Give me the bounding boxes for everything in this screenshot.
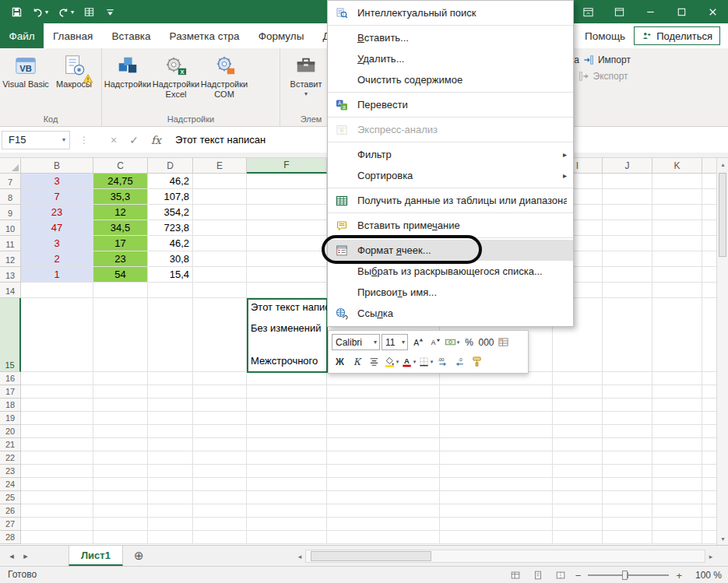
- cell-K18[interactable]: [652, 399, 702, 412]
- visual-basic-button[interactable]: VBVisual Basic: [2, 51, 50, 113]
- table-button[interactable]: [80, 2, 98, 21]
- cell-L28[interactable]: [702, 531, 716, 544]
- cell-C22[interactable]: [93, 451, 148, 465]
- cell-C14[interactable]: [93, 283, 148, 298]
- cell-K26[interactable]: [652, 504, 702, 518]
- cell-B21[interactable]: [21, 438, 93, 451]
- italic-button[interactable]: К: [349, 353, 365, 370]
- cell-K8[interactable]: [652, 189, 702, 205]
- cell-K14[interactable]: [652, 283, 702, 298]
- cell-C8[interactable]: 35,3: [93, 189, 148, 205]
- cell-C11[interactable]: 17: [93, 236, 148, 251]
- cell-D14[interactable]: [148, 283, 193, 298]
- ribbon-tab-0[interactable]: Главная: [44, 23, 102, 48]
- cell-F19[interactable]: [247, 412, 327, 425]
- cell-E18[interactable]: [193, 399, 247, 412]
- chevron-down-icon[interactable]: ▾: [62, 136, 65, 143]
- zoom-level[interactable]: 100 %: [689, 570, 722, 581]
- save-button[interactable]: [8, 2, 26, 21]
- cell-G19[interactable]: [327, 412, 440, 425]
- menu-item-delete[interactable]: Удалить...: [328, 48, 573, 69]
- vertical-scrollbar[interactable]: ▴ ▾: [716, 158, 728, 545]
- sheet-tab-0[interactable]: Лист1: [69, 546, 123, 566]
- cell-L19[interactable]: [702, 412, 716, 425]
- cell-B8[interactable]: 7: [21, 189, 93, 205]
- com-addins-button[interactable]: Надстройки COM: [200, 51, 248, 113]
- export-button[interactable]: яЭкспорт: [569, 71, 631, 82]
- cell-F23[interactable]: [247, 465, 327, 478]
- insert-controls-button[interactable]: Вставит▾: [282, 51, 330, 113]
- cell-K13[interactable]: [652, 267, 702, 283]
- zoom-slider-thumb[interactable]: [622, 571, 628, 580]
- row-header-18[interactable]: 18: [0, 399, 21, 412]
- cell-B25[interactable]: [21, 491, 93, 504]
- cell-K19[interactable]: [652, 412, 702, 425]
- menu-item-pick-from-list[interactable]: Выбрать из раскрывающегося списка...: [328, 261, 573, 282]
- customize-qat-button[interactable]: [101, 2, 119, 21]
- horizontal-scrollbar[interactable]: ◂ ▸: [294, 548, 716, 564]
- cell-C7[interactable]: 24,75: [93, 174, 148, 189]
- cell-F18[interactable]: [247, 399, 327, 412]
- format-painter-button[interactable]: [469, 353, 485, 370]
- cell-D17[interactable]: [148, 385, 193, 399]
- cell-C20[interactable]: [93, 425, 148, 438]
- cell-H19[interactable]: [440, 412, 553, 425]
- cell-F8[interactable]: [247, 189, 327, 205]
- page-layout-view-icon[interactable]: [530, 568, 546, 582]
- cell-E19[interactable]: [193, 412, 247, 425]
- cell-E15[interactable]: [193, 298, 247, 372]
- row-header-22[interactable]: 22: [0, 451, 21, 465]
- column-header-C[interactable]: C: [93, 158, 148, 174]
- cell-E9[interactable]: [193, 205, 247, 220]
- cell-I20[interactable]: [553, 425, 603, 438]
- cell-H23[interactable]: [440, 465, 553, 478]
- cell-B19[interactable]: [21, 412, 93, 425]
- cell-F26[interactable]: [247, 504, 327, 518]
- row-header-12[interactable]: 12: [0, 251, 21, 267]
- cell-B20[interactable]: [21, 425, 93, 438]
- cell-K27[interactable]: [652, 518, 702, 531]
- cell-G17[interactable]: [327, 385, 440, 399]
- normal-view-icon[interactable]: [508, 568, 523, 582]
- cell-D7[interactable]: 46,2: [148, 174, 193, 189]
- cell-J25[interactable]: [603, 491, 652, 504]
- cell-H21[interactable]: [440, 438, 553, 451]
- align-center-button[interactable]: [366, 353, 382, 370]
- import-button[interactable]: ваИмпорт: [569, 54, 631, 65]
- cancel-icon[interactable]: ×: [111, 134, 117, 146]
- horizontal-scrollbar-track[interactable]: [305, 550, 705, 563]
- cell-K17[interactable]: [652, 385, 702, 399]
- cell-I25[interactable]: [553, 491, 603, 504]
- column-header-E[interactable]: E: [193, 158, 247, 174]
- row-header-10[interactable]: 10: [0, 220, 21, 236]
- scroll-down-icon[interactable]: ▾: [717, 532, 728, 545]
- cell-B10[interactable]: 47: [21, 220, 93, 236]
- cell-F14[interactable]: [247, 283, 327, 298]
- cell-H27[interactable]: [440, 518, 553, 531]
- zoom-out-button[interactable]: −: [575, 570, 582, 581]
- cell-F12[interactable]: [247, 251, 327, 267]
- cell-J24[interactable]: [603, 478, 652, 491]
- cell-E17[interactable]: [193, 385, 247, 399]
- shrink-font-button[interactable]: А: [427, 334, 443, 350]
- cell-H20[interactable]: [440, 425, 553, 438]
- borders-button[interactable]: ▾: [417, 353, 434, 370]
- font-name-select[interactable]: Calibri▾: [332, 334, 380, 350]
- cell-L14[interactable]: [702, 283, 716, 298]
- column-header-L[interactable]: L: [702, 158, 716, 174]
- cell-L11[interactable]: [702, 236, 716, 251]
- cell-L10[interactable]: [702, 220, 716, 236]
- cell-D12[interactable]: 30,8: [148, 251, 193, 267]
- cell-H22[interactable]: [440, 451, 553, 465]
- row-header-20[interactable]: 20: [0, 425, 21, 438]
- cell-D11[interactable]: 46,2: [148, 236, 193, 251]
- cell-G22[interactable]: [327, 451, 440, 465]
- cell-B22[interactable]: [21, 451, 93, 465]
- ribbon-tab-3[interactable]: Формулы: [249, 23, 314, 48]
- cell-E20[interactable]: [193, 425, 247, 438]
- cell-F20[interactable]: [247, 425, 327, 438]
- cell-F10[interactable]: [247, 220, 327, 236]
- cell-L17[interactable]: [702, 385, 716, 399]
- cell-B17[interactable]: [21, 385, 93, 399]
- cell-D16[interactable]: [148, 372, 193, 385]
